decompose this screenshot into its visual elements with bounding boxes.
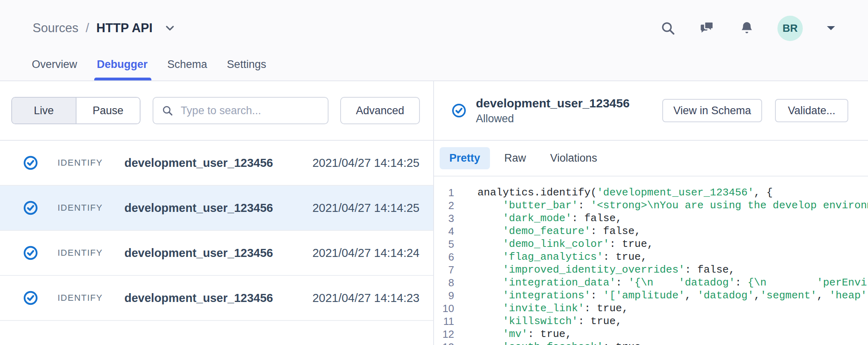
code-text: 'improved_identity_overrides': false, <box>477 263 735 276</box>
view-in-schema-button[interactable]: View in Schema <box>662 99 762 122</box>
event-detail-titles: development_user_123456 Allowed <box>476 97 630 125</box>
event-check-icon <box>23 156 38 170</box>
event-type: IDENTIFY <box>58 293 124 303</box>
app: Sources / HTTP API <box>0 0 868 345</box>
event-detail-panel: development_user_123456 Allowed View in … <box>434 81 868 345</box>
detail-tab-pretty[interactable]: Pretty <box>440 147 490 169</box>
detail-tab-bar: PrettyRawViolations <box>434 141 868 177</box>
header-icons: BR <box>660 16 837 41</box>
search-icon[interactable] <box>660 20 676 36</box>
line-number: 11 <box>434 315 454 328</box>
line-number: 3 <box>434 212 454 225</box>
code-line: 11 'killswitch': true, <box>434 315 868 328</box>
code-text: 'butter_bar': '<strong>\nYou are using t… <box>477 199 868 212</box>
avatar[interactable]: BR <box>777 16 803 41</box>
detail-actions: View in Schema Validate... <box>662 99 848 122</box>
event-name: development_user_123456 <box>124 201 273 215</box>
code-text: 'integrations': '['amplitude', 'datadog'… <box>477 289 868 302</box>
avatar-initials: BR <box>783 22 798 35</box>
code-line: 10 'invite_link': true, <box>434 302 868 315</box>
status-check-icon <box>452 103 466 118</box>
code-line: 3 'dark_mode': false, <box>434 212 868 225</box>
code-line: 12 'mv': true, <box>434 328 868 341</box>
code-text: 'killswitch': true, <box>477 315 622 328</box>
line-number: 13 <box>434 341 454 345</box>
event-row[interactable]: IDENTIFY development_user_123456 2021/04… <box>0 141 433 186</box>
event-type: IDENTIFY <box>58 203 124 213</box>
source-tab-bar: OverviewDebuggerSchemaSettings <box>0 43 868 80</box>
event-name: development_user_123456 <box>124 292 273 305</box>
event-row[interactable]: IDENTIFY development_user_123456 2021/04… <box>0 231 433 276</box>
line-number: 6 <box>434 251 454 263</box>
tab-schema[interactable]: Schema <box>167 58 207 80</box>
event-timestamp: 2021/04/27 14:14:24 <box>312 246 420 260</box>
code-text: 'demo_link_color': true, <box>477 238 653 251</box>
code-text: 'dark_mode': false, <box>477 212 622 225</box>
breadcrumb-separator: / <box>86 21 89 35</box>
code-text: 'mv': true, <box>477 328 572 341</box>
breadcrumb-sources[interactable]: Sources <box>33 21 79 35</box>
tab-settings[interactable]: Settings <box>227 58 267 80</box>
code-line: 7 'improved_identity_overrides': false, <box>434 263 868 276</box>
code-text: 'integration_data': '{\n 'datadog': {\n … <box>477 276 868 289</box>
event-detail-title: development_user_123456 <box>476 97 630 110</box>
event-timestamp: 2021/04/27 14:14:25 <box>312 156 420 170</box>
event-list: IDENTIFY development_user_123456 2021/04… <box>0 141 433 345</box>
validate-button[interactable]: Validate... <box>775 99 848 122</box>
account-caret-icon[interactable] <box>825 25 837 32</box>
line-number: 12 <box>434 328 454 341</box>
event-type: IDENTIFY <box>58 248 124 258</box>
line-number: 4 <box>434 225 454 238</box>
code-line: 6 'flag_analytics': true, <box>434 251 868 263</box>
code-line: 13 'oauth_facebook': true, <box>434 341 868 345</box>
header-row: Sources / HTTP API <box>0 0 868 43</box>
tab-debugger[interactable]: Debugger <box>97 58 148 80</box>
line-number: 7 <box>434 263 454 276</box>
chat-icon[interactable] <box>699 20 716 37</box>
code-line: 2 'butter_bar': '<strong>\nYou are using… <box>434 199 868 212</box>
code-text: 'demo_feature': false, <box>477 225 641 238</box>
detail-tab-raw[interactable]: Raw <box>495 147 536 169</box>
event-name: development_user_123456 <box>124 156 273 170</box>
code-text: analytics.identify('development_user_123… <box>477 186 773 199</box>
live-button[interactable]: Live <box>12 98 76 123</box>
line-number: 5 <box>434 238 454 251</box>
event-timestamp: 2021/04/27 14:14:25 <box>312 201 420 215</box>
status-text: Allowed <box>476 113 630 125</box>
search-input-icon <box>161 104 174 117</box>
breadcrumb-current-source[interactable]: HTTP API <box>96 21 153 35</box>
code-text: 'oauth_facebook': true, <box>477 341 647 345</box>
code-text: 'invite_link': true, <box>477 302 628 315</box>
code-viewer: 1 analytics.identify('development_user_1… <box>434 177 868 345</box>
code-line: 9 'integrations': '['amplitude', 'datado… <box>434 289 868 302</box>
line-number: 10 <box>434 302 454 315</box>
event-check-icon <box>23 246 38 260</box>
top-header: Sources / HTTP API <box>0 0 868 81</box>
line-number: 8 <box>434 276 454 289</box>
line-number: 9 <box>434 289 454 302</box>
source-switcher-caret-icon[interactable] <box>165 25 174 31</box>
event-timestamp: 2021/04/27 14:14:23 <box>312 292 420 305</box>
event-detail-header: development_user_123456 Allowed View in … <box>434 81 868 141</box>
event-name: development_user_123456 <box>124 246 273 260</box>
code-line: 1 analytics.identify('development_user_1… <box>434 186 868 199</box>
event-type: IDENTIFY <box>58 158 124 168</box>
debugger-controls: Live Pause Advanced <box>0 81 433 141</box>
search-input[interactable] <box>181 105 320 117</box>
event-search-box <box>153 97 329 124</box>
event-row[interactable]: IDENTIFY development_user_123456 2021/04… <box>0 186 433 231</box>
tab-overview[interactable]: Overview <box>32 58 77 80</box>
line-number: 2 <box>434 199 454 212</box>
code-line: 4 'demo_feature': false, <box>434 225 868 238</box>
debugger-event-panel: Live Pause Advanced IDENTIFY development… <box>0 81 434 345</box>
code-text: 'flag_analytics': true, <box>477 251 647 263</box>
bell-icon[interactable] <box>739 20 755 37</box>
detail-tab-violations[interactable]: Violations <box>541 147 607 169</box>
pause-button[interactable]: Pause <box>76 98 140 123</box>
event-check-icon <box>23 201 38 215</box>
code-line: 8 'integration_data': '{\n 'datadog': {\… <box>434 276 868 289</box>
advanced-button[interactable]: Advanced <box>340 97 420 124</box>
breadcrumb: Sources / HTTP API <box>33 21 174 35</box>
event-row[interactable]: IDENTIFY development_user_123456 2021/04… <box>0 276 433 321</box>
code-line: 5 'demo_link_color': true, <box>434 238 868 251</box>
